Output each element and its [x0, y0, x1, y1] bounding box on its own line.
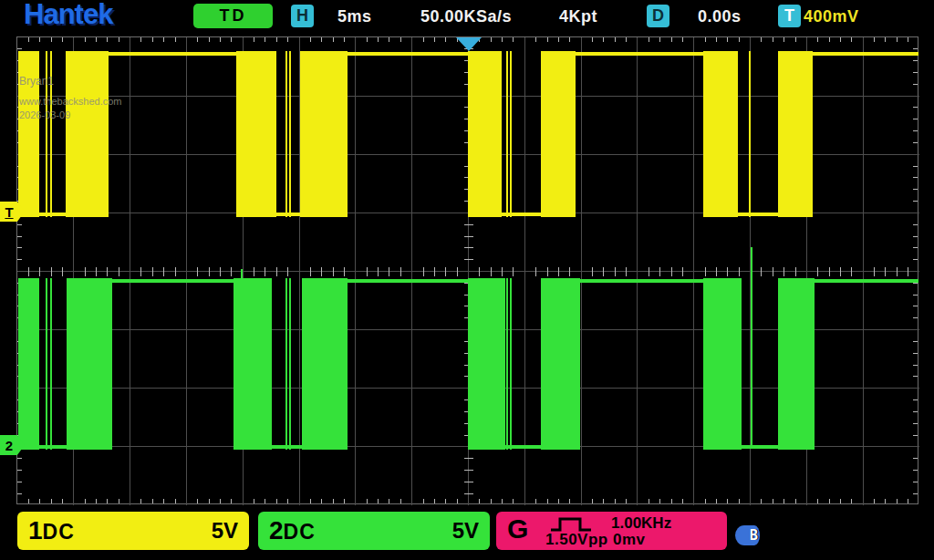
generator-label: G	[507, 513, 528, 544]
center-axis-tick-x	[287, 267, 288, 276]
edge-tick-bottom	[96, 499, 97, 503]
edge-tick-bottom	[152, 499, 153, 503]
edge-tick-bottom	[558, 499, 559, 503]
ch1-low-level-trace	[703, 213, 813, 216]
ch1-narrow-pulse	[506, 51, 508, 217]
trigger-icon[interactable]: T	[778, 5, 801, 27]
edge-tick-top	[659, 37, 660, 42]
center-axis-tick-y	[464, 247, 473, 248]
watermark-line3: 2026-03-09	[19, 109, 122, 121]
edge-tick-bottom	[513, 499, 514, 503]
edge-tick-bottom	[276, 499, 277, 503]
trigger-position-marker[interactable]	[456, 37, 482, 51]
ch1-narrow-pulse	[749, 51, 751, 217]
edge-tick-top	[85, 37, 86, 42]
edge-tick-bottom	[874, 499, 875, 503]
edge-tick-bottom	[220, 499, 221, 503]
ch1-low-level-trace	[468, 213, 576, 216]
edge-tick-right	[913, 317, 918, 318]
edge-tick-bottom	[389, 499, 389, 503]
edge-tick-right	[913, 107, 918, 108]
center-axis-tick-x	[152, 267, 153, 276]
ch1-high-level-trace	[109, 52, 236, 56]
center-axis-tick-x	[739, 267, 740, 276]
edge-tick-bottom	[209, 499, 210, 503]
edge-tick-top	[817, 37, 818, 42]
horizontal-icon[interactable]: H	[291, 5, 314, 27]
edge-tick-right	[913, 458, 918, 459]
ch2-narrow-pulse	[289, 278, 291, 450]
ch2-burst-block	[302, 278, 348, 450]
center-axis-tick-x	[445, 267, 446, 276]
edge-tick-bottom	[829, 499, 830, 503]
generator-offset: 0mv	[613, 531, 646, 548]
edge-tick-bottom	[784, 499, 784, 503]
generator-amplitude-offset: 1.50Vpp 0mv	[545, 531, 645, 549]
center-axis-tick-x	[96, 267, 97, 276]
edge-tick-bottom	[287, 499, 288, 503]
edge-tick-bottom	[265, 499, 265, 503]
edge-tick-top	[851, 37, 852, 42]
edge-tick-bottom	[445, 499, 446, 503]
edge-tick-top	[175, 37, 176, 42]
center-axis-tick-x	[107, 267, 108, 276]
ch2-narrow-pulse	[46, 278, 47, 450]
center-axis-tick-x	[254, 267, 254, 276]
edge-tick-left	[17, 236, 22, 237]
edge-tick-right	[913, 48, 918, 49]
edge-tick-bottom	[773, 499, 773, 503]
acquisition-mode-badge[interactable]: TD	[193, 4, 273, 28]
ch2-burst-block	[468, 278, 505, 450]
edge-tick-bottom	[231, 499, 232, 503]
edge-tick-bottom	[107, 499, 108, 503]
ch2-scale: 5V	[452, 518, 479, 544]
center-axis-tick-y	[464, 224, 473, 225]
center-axis-tick-x	[491, 267, 492, 276]
edge-tick-top	[773, 37, 773, 42]
center-axis-tick-x	[140, 267, 141, 276]
center-axis-tick-x	[727, 267, 728, 276]
edge-tick-bottom	[254, 499, 254, 503]
edge-tick-right	[913, 411, 918, 412]
edge-tick-left	[17, 224, 22, 225]
center-axis-tick-y	[464, 482, 473, 482]
edge-tick-top	[434, 37, 435, 42]
edge-tick-right	[913, 482, 918, 482]
edge-tick-right	[913, 247, 918, 248]
edge-tick-right	[913, 470, 918, 471]
edge-tick-right	[913, 177, 918, 178]
center-axis-tick-x	[603, 267, 604, 276]
center-axis-tick-y	[464, 458, 473, 459]
center-axis-tick-x	[547, 267, 548, 276]
ch1-high-level-trace	[348, 52, 468, 56]
center-axis-tick-x	[502, 267, 503, 276]
edge-tick-top	[739, 37, 740, 42]
edge-tick-right	[913, 60, 918, 61]
edge-tick-bottom	[626, 499, 627, 503]
horizontal-offset-value: 0.00s	[698, 7, 742, 26]
edge-tick-bottom	[197, 499, 198, 503]
generator-amplitude: 1.50Vpp	[545, 531, 608, 548]
center-axis-tick-x	[626, 267, 627, 276]
hantek-logo: Hantek	[24, 0, 112, 31]
ch2-status-box[interactable]: 2DC 5V	[258, 512, 490, 550]
edge-tick-right	[913, 72, 918, 73]
delay-icon[interactable]: D	[647, 5, 669, 27]
center-axis-tick-x	[321, 267, 322, 276]
ch1-status-box[interactable]: 1DC 5V	[17, 512, 249, 550]
ch2-low-level-trace	[18, 445, 112, 449]
center-axis-tick-x	[761, 267, 762, 276]
edge-tick-left	[17, 247, 22, 248]
edge-tick-top	[727, 37, 728, 42]
square-wave-icon	[549, 516, 595, 532]
center-axis-tick-x	[265, 267, 265, 276]
edge-tick-top	[908, 37, 908, 42]
edge-tick-top	[333, 37, 334, 42]
center-axis-tick-x	[62, 267, 63, 276]
generator-status-box[interactable]: G 1.00KHz 1.50Vpp 0mv	[496, 512, 727, 550]
edge-tick-bottom	[457, 499, 458, 503]
edge-tick-bottom	[85, 499, 86, 503]
center-axis-tick-x	[784, 267, 784, 276]
edge-tick-top	[209, 37, 210, 42]
edge-tick-top	[705, 37, 706, 42]
